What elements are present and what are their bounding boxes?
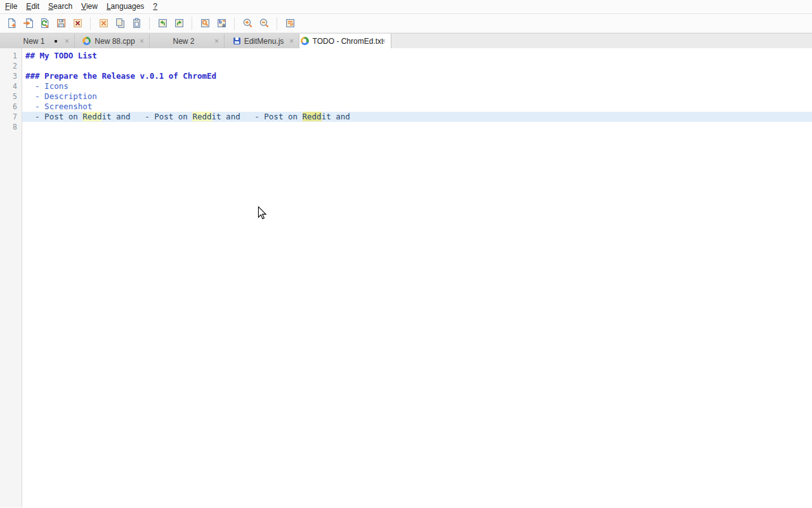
- code-line-7[interactable]: - Post on Reddit and - Post on Reddit an…: [22, 112, 812, 122]
- open-document-icon: [23, 18, 34, 29]
- search-match: Redd: [82, 112, 102, 121]
- zoom-in-icon: [242, 18, 253, 29]
- line-number: 8: [0, 122, 22, 132]
- close-icon[interactable]: ×: [214, 37, 219, 44]
- menu-file[interactable]: File: [1, 1, 22, 13]
- menu-search[interactable]: Search: [44, 1, 77, 13]
- new-document-button[interactable]: [4, 16, 19, 31]
- tab-label: New 2: [173, 37, 194, 46]
- toolbar-separator: [149, 17, 150, 30]
- code-text: - Post on: [25, 112, 82, 121]
- word-wrap-icon: [285, 18, 296, 29]
- new-document-icon: [6, 18, 17, 29]
- svg-text:a: a: [221, 22, 225, 28]
- tab-label: TODO - ChromEd.txt: [313, 37, 384, 46]
- menu-view[interactable]: View: [77, 1, 102, 13]
- reload-document-icon: [39, 18, 50, 29]
- close-icon[interactable]: ×: [381, 37, 386, 44]
- toolbar-separator: [90, 17, 91, 30]
- replace-icon: ba: [216, 18, 227, 29]
- code-text: - Post on: [135, 112, 192, 121]
- code-text: - Icons: [25, 81, 69, 91]
- tab-bar: New 1×New 88.cpp×New 2×EditMenu.js×TODO …: [0, 33, 812, 48]
- app-ring-icon: [301, 37, 309, 45]
- undo-icon: [157, 18, 168, 29]
- code-line-2[interactable]: [22, 61, 812, 71]
- close-icon[interactable]: ×: [289, 37, 294, 44]
- tab-todo-chromed-txt[interactable]: TODO - ChromEd.txt×: [299, 34, 391, 48]
- code-text: ### Prepare the Release v.0.1 of ChromEd: [25, 71, 216, 81]
- code-text: - Description: [25, 91, 97, 101]
- cut-button[interactable]: [96, 16, 111, 31]
- tab-label: New 1: [23, 37, 44, 46]
- save-document-icon: [56, 18, 67, 29]
- code-text: - Screenshot: [25, 102, 92, 111]
- line-number: 2: [0, 61, 22, 71]
- zoom-out-button[interactable]: [256, 16, 272, 31]
- line-number-gutter: 12345678: [0, 48, 22, 507]
- code-text: - Post on: [245, 112, 302, 121]
- toolbar: ba: [0, 14, 812, 33]
- line-number: 5: [0, 91, 22, 102]
- word-wrap-button[interactable]: [282, 16, 298, 31]
- code-area[interactable]: ## My TODO List### Prepare the Release v…: [22, 48, 812, 507]
- code-line-5[interactable]: - Description: [22, 91, 812, 102]
- menu-bar: FileEditSearchViewLanguages?: [0, 0, 812, 14]
- line-number: 6: [0, 102, 22, 112]
- toolbar-separator: [192, 17, 192, 30]
- toolbar-separator: [234, 17, 235, 30]
- menu-help[interactable]: ?: [148, 1, 162, 13]
- copy-icon: [115, 18, 126, 29]
- line-number: 7: [0, 112, 22, 122]
- code-text: it and: [102, 112, 135, 121]
- zoom-out-icon: [259, 18, 270, 29]
- line-number: 3: [0, 71, 22, 81]
- code-line-3[interactable]: ### Prepare the Release v.0.1 of ChromEd: [22, 71, 812, 81]
- open-document-button[interactable]: [20, 16, 36, 31]
- line-number: 4: [0, 81, 22, 91]
- editor[interactable]: 12345678 ## My TODO List### Prepare the …: [0, 48, 812, 507]
- search-match: Redd: [192, 112, 211, 121]
- close-icon[interactable]: ×: [65, 37, 69, 44]
- tab-editmenu-js[interactable]: EditMenu.js×: [225, 34, 299, 48]
- cut-icon: [98, 18, 109, 29]
- redo-icon: [174, 18, 185, 29]
- paste-button[interactable]: [129, 16, 144, 31]
- menu-edit[interactable]: Edit: [22, 1, 44, 13]
- floppy-icon: [233, 37, 240, 44]
- code-text: it and: [212, 112, 246, 121]
- undo-button[interactable]: [155, 16, 170, 31]
- save-document-button[interactable]: [53, 16, 69, 31]
- paste-icon: [131, 18, 142, 29]
- line-number: 1: [0, 51, 22, 61]
- search-match: Redd: [303, 112, 322, 121]
- copy-button[interactable]: [112, 16, 128, 31]
- zoom-in-button[interactable]: [240, 16, 255, 31]
- close-document-button[interactable]: [70, 16, 85, 31]
- toolbar-separator: [277, 17, 277, 30]
- menu-languages[interactable]: Languages: [102, 1, 148, 13]
- tab-new-88-cpp[interactable]: New 88.cpp×: [75, 34, 150, 48]
- code-text: it and: [322, 112, 350, 121]
- tab-label: New 88.cpp: [95, 37, 134, 46]
- code-line-6[interactable]: - Screenshot: [22, 102, 812, 112]
- close-icon[interactable]: ×: [140, 37, 144, 44]
- code-line-8[interactable]: [22, 122, 812, 132]
- tab-label: EditMenu.js: [244, 37, 284, 46]
- code-line-1[interactable]: ## My TODO List: [22, 51, 812, 61]
- modified-indicator: [55, 40, 57, 43]
- redo-button[interactable]: [171, 16, 187, 31]
- replace-button[interactable]: ba: [214, 16, 229, 31]
- code-text: ## My TODO List: [25, 51, 97, 60]
- tab-new-2[interactable]: New 2×: [150, 34, 225, 48]
- tab-new-1[interactable]: New 1×: [0, 34, 75, 48]
- find-button[interactable]: [197, 16, 213, 31]
- app-ring-icon: [82, 37, 91, 45]
- reload-document-button[interactable]: [37, 16, 52, 31]
- find-icon: [200, 18, 211, 29]
- code-line-4[interactable]: - Icons: [22, 81, 812, 91]
- close-document-icon: [72, 18, 83, 29]
